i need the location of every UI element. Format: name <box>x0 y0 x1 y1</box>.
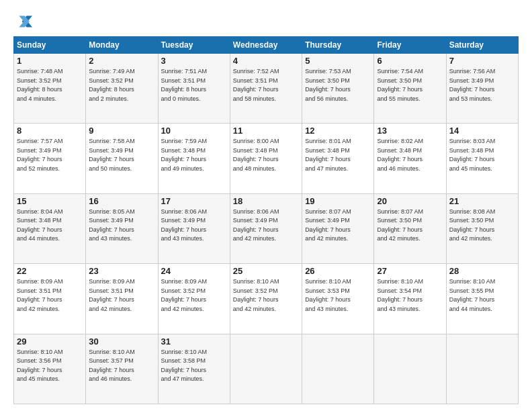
calendar-week-5: 29Sunrise: 8:10 AM Sunset: 3:56 PM Dayli… <box>14 334 519 404</box>
day-info: Sunrise: 8:09 AM Sunset: 3:51 PM Dayligh… <box>89 277 154 314</box>
day-number: 3 <box>161 56 227 66</box>
calendar-cell: 22Sunrise: 8:09 AM Sunset: 3:51 PM Dayli… <box>14 264 86 334</box>
day-number: 31 <box>161 336 227 347</box>
calendar-cell <box>302 334 374 404</box>
calendar-cell: 6Sunrise: 7:54 AM Sunset: 3:50 PM Daylig… <box>374 54 446 124</box>
calendar-cell: 23Sunrise: 8:09 AM Sunset: 3:51 PM Dayli… <box>86 264 158 334</box>
calendar-header-friday: Friday <box>374 37 446 54</box>
day-info: Sunrise: 8:01 AM Sunset: 3:48 PM Dayligh… <box>305 137 371 173</box>
day-info: Sunrise: 7:52 AM Sunset: 3:51 PM Dayligh… <box>233 67 299 103</box>
calendar-cell: 19Sunrise: 8:07 AM Sunset: 3:49 PM Dayli… <box>302 193 374 263</box>
calendar-table: SundayMondayTuesdayWednesdayThursdayFrid… <box>13 36 519 404</box>
day-info: Sunrise: 8:07 AM Sunset: 3:49 PM Dayligh… <box>305 208 371 244</box>
day-number: 7 <box>449 56 515 66</box>
day-info: Sunrise: 8:10 AM Sunset: 3:56 PM Dayligh… <box>17 348 83 384</box>
day-info: Sunrise: 7:51 AM Sunset: 3:51 PM Dayligh… <box>161 67 227 103</box>
calendar-cell: 1Sunrise: 7:48 AM Sunset: 3:52 PM Daylig… <box>14 54 86 124</box>
day-info: Sunrise: 8:10 AM Sunset: 3:52 PM Dayligh… <box>233 277 299 314</box>
calendar-header-row: SundayMondayTuesdayWednesdayThursdayFrid… <box>14 37 519 54</box>
day-number: 15 <box>17 196 83 206</box>
calendar-cell: 13Sunrise: 8:02 AM Sunset: 3:48 PM Dayli… <box>374 124 446 193</box>
logo <box>13 12 35 31</box>
day-info: Sunrise: 8:02 AM Sunset: 3:48 PM Dayligh… <box>377 137 443 173</box>
calendar-cell: 14Sunrise: 8:03 AM Sunset: 3:48 PM Dayli… <box>446 124 518 193</box>
day-info: Sunrise: 7:56 AM Sunset: 3:49 PM Dayligh… <box>449 67 515 103</box>
calendar-cell: 28Sunrise: 8:10 AM Sunset: 3:55 PM Dayli… <box>446 264 518 334</box>
calendar-cell: 21Sunrise: 8:08 AM Sunset: 3:50 PM Dayli… <box>446 193 518 263</box>
calendar-cell: 30Sunrise: 8:10 AM Sunset: 3:57 PM Dayli… <box>86 334 158 404</box>
day-number: 17 <box>161 196 227 206</box>
day-number: 14 <box>449 126 515 136</box>
day-info: Sunrise: 7:48 AM Sunset: 3:52 PM Dayligh… <box>17 67 83 103</box>
day-info: Sunrise: 8:10 AM Sunset: 3:53 PM Dayligh… <box>305 277 371 314</box>
calendar-header-wednesday: Wednesday <box>230 37 302 54</box>
day-number: 22 <box>17 266 83 276</box>
day-info: Sunrise: 7:49 AM Sunset: 3:52 PM Dayligh… <box>89 67 154 103</box>
day-info: Sunrise: 8:05 AM Sunset: 3:49 PM Dayligh… <box>89 208 154 244</box>
calendar-cell: 2Sunrise: 7:49 AM Sunset: 3:52 PM Daylig… <box>86 54 158 124</box>
day-info: Sunrise: 8:10 AM Sunset: 3:54 PM Dayligh… <box>377 277 443 314</box>
day-info: Sunrise: 8:09 AM Sunset: 3:51 PM Dayligh… <box>17 277 83 314</box>
day-number: 26 <box>305 266 371 276</box>
day-info: Sunrise: 8:10 AM Sunset: 3:55 PM Dayligh… <box>449 277 515 314</box>
day-info: Sunrise: 8:08 AM Sunset: 3:50 PM Dayligh… <box>449 208 515 244</box>
calendar-cell: 7Sunrise: 7:56 AM Sunset: 3:49 PM Daylig… <box>446 54 518 124</box>
calendar-cell: 12Sunrise: 8:01 AM Sunset: 3:48 PM Dayli… <box>302 124 374 193</box>
day-number: 9 <box>89 126 154 136</box>
day-info: Sunrise: 7:53 AM Sunset: 3:50 PM Dayligh… <box>305 67 371 103</box>
calendar-cell: 3Sunrise: 7:51 AM Sunset: 3:51 PM Daylig… <box>158 54 230 124</box>
calendar-cell: 5Sunrise: 7:53 AM Sunset: 3:50 PM Daylig… <box>302 54 374 124</box>
day-number: 8 <box>17 126 83 136</box>
day-number: 16 <box>89 196 154 206</box>
day-info: Sunrise: 8:00 AM Sunset: 3:48 PM Dayligh… <box>233 137 299 173</box>
day-number: 19 <box>305 196 371 206</box>
calendar-cell <box>230 334 302 404</box>
calendar-cell: 18Sunrise: 8:06 AM Sunset: 3:49 PM Dayli… <box>230 193 302 263</box>
calendar-cell: 20Sunrise: 8:07 AM Sunset: 3:50 PM Dayli… <box>374 193 446 263</box>
calendar-header-monday: Monday <box>86 37 158 54</box>
day-number: 28 <box>449 266 515 276</box>
calendar-cell <box>446 334 518 404</box>
calendar-cell: 24Sunrise: 8:09 AM Sunset: 3:52 PM Dayli… <box>158 264 230 334</box>
calendar-week-2: 8Sunrise: 7:57 AM Sunset: 3:49 PM Daylig… <box>14 124 519 193</box>
calendar-cell: 8Sunrise: 7:57 AM Sunset: 3:49 PM Daylig… <box>14 124 86 193</box>
day-info: Sunrise: 8:09 AM Sunset: 3:52 PM Dayligh… <box>161 277 227 314</box>
calendar-cell: 29Sunrise: 8:10 AM Sunset: 3:56 PM Dayli… <box>14 334 86 404</box>
day-number: 6 <box>377 56 443 66</box>
calendar-week-1: 1Sunrise: 7:48 AM Sunset: 3:52 PM Daylig… <box>14 54 519 124</box>
day-info: Sunrise: 7:58 AM Sunset: 3:49 PM Dayligh… <box>89 137 154 173</box>
calendar-cell: 17Sunrise: 8:06 AM Sunset: 3:49 PM Dayli… <box>158 193 230 263</box>
day-number: 29 <box>17 336 83 347</box>
day-info: Sunrise: 8:03 AM Sunset: 3:48 PM Dayligh… <box>449 137 515 173</box>
day-info: Sunrise: 8:10 AM Sunset: 3:58 PM Dayligh… <box>161 348 227 384</box>
calendar-week-4: 22Sunrise: 8:09 AM Sunset: 3:51 PM Dayli… <box>14 264 519 334</box>
day-number: 13 <box>377 126 443 136</box>
calendar-header-saturday: Saturday <box>446 37 518 54</box>
day-number: 4 <box>233 56 299 66</box>
day-info: Sunrise: 7:57 AM Sunset: 3:49 PM Dayligh… <box>17 137 83 173</box>
day-number: 23 <box>89 266 154 276</box>
day-info: Sunrise: 8:04 AM Sunset: 3:48 PM Dayligh… <box>17 208 83 244</box>
day-number: 1 <box>17 56 83 66</box>
day-info: Sunrise: 8:06 AM Sunset: 3:49 PM Dayligh… <box>233 208 299 244</box>
calendar-cell: 11Sunrise: 8:00 AM Sunset: 3:48 PM Dayli… <box>230 124 302 193</box>
day-number: 5 <box>305 56 371 66</box>
day-number: 24 <box>161 266 227 276</box>
day-info: Sunrise: 7:54 AM Sunset: 3:50 PM Dayligh… <box>377 67 443 103</box>
day-number: 10 <box>161 126 227 136</box>
day-info: Sunrise: 7:59 AM Sunset: 3:48 PM Dayligh… <box>161 137 227 173</box>
day-number: 27 <box>377 266 443 276</box>
day-info: Sunrise: 8:06 AM Sunset: 3:49 PM Dayligh… <box>161 208 227 244</box>
day-number: 11 <box>233 126 299 136</box>
calendar-cell: 10Sunrise: 7:59 AM Sunset: 3:48 PM Dayli… <box>158 124 230 193</box>
logo-icon <box>13 12 32 31</box>
day-number: 18 <box>233 196 299 206</box>
calendar-header-sunday: Sunday <box>14 37 86 54</box>
day-info: Sunrise: 8:07 AM Sunset: 3:50 PM Dayligh… <box>377 208 443 244</box>
calendar-cell: 16Sunrise: 8:05 AM Sunset: 3:49 PM Dayli… <box>86 193 158 263</box>
day-number: 2 <box>89 56 154 66</box>
day-info: Sunrise: 8:10 AM Sunset: 3:57 PM Dayligh… <box>89 348 154 384</box>
day-number: 30 <box>89 336 154 347</box>
day-number: 21 <box>449 196 515 206</box>
calendar-cell: 15Sunrise: 8:04 AM Sunset: 3:48 PM Dayli… <box>14 193 86 263</box>
